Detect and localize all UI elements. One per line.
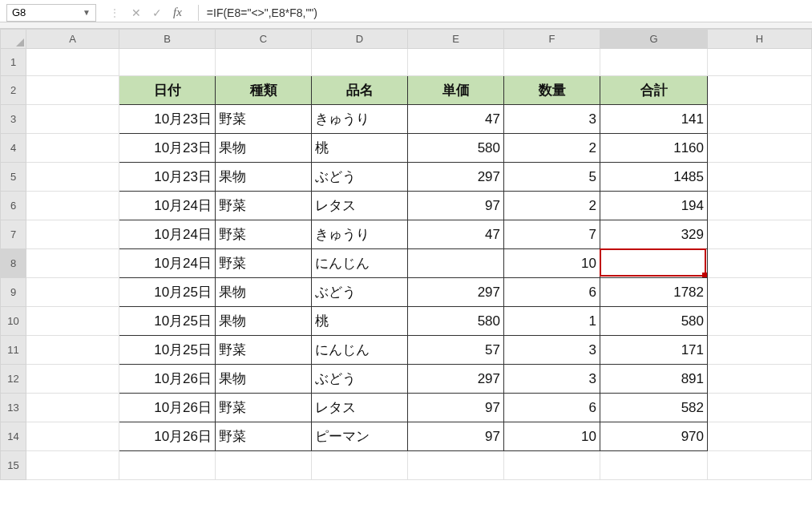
cell-D2[interactable]: 品名 — [312, 76, 408, 105]
cell-E10[interactable]: 580 — [408, 307, 504, 336]
cell-D6[interactable]: レタス — [312, 192, 408, 220]
row-header-15[interactable]: 15 — [1, 451, 26, 480]
cell-E5[interactable]: 297 — [408, 163, 504, 192]
cell-G6[interactable]: 194 — [600, 192, 708, 220]
cell-A10[interactable] — [26, 307, 119, 336]
cell-F12[interactable]: 3 — [504, 365, 600, 394]
cancel-icon[interactable]: ✕ — [131, 6, 141, 19]
cell-F1[interactable] — [504, 49, 600, 76]
cell-G9[interactable]: 1782 — [600, 278, 708, 307]
cell-B8[interactable]: 10月24日 — [119, 249, 216, 278]
cell-G13[interactable]: 582 — [600, 394, 708, 422]
cell-E14[interactable]: 97 — [408, 422, 504, 451]
cell-B9[interactable]: 10月25日 — [119, 278, 216, 307]
confirm-icon[interactable]: ✓ — [152, 6, 162, 19]
cell-C12[interactable]: 果物 — [216, 365, 312, 394]
cell-C14[interactable]: 野菜 — [216, 422, 312, 451]
cell-G8[interactable] — [600, 249, 708, 278]
cell-H5[interactable] — [708, 163, 812, 192]
col-header-B[interactable]: B — [119, 30, 216, 49]
name-box[interactable]: G8 ▼ — [6, 4, 96, 22]
cell-H1[interactable] — [708, 49, 812, 76]
cell-E6[interactable]: 97 — [408, 192, 504, 220]
row-header-1[interactable]: 1 — [1, 49, 26, 76]
cell-D14[interactable]: ピーマン — [312, 422, 408, 451]
cell-F13[interactable]: 6 — [504, 394, 600, 422]
cell-D3[interactable]: きゅうり — [312, 105, 408, 134]
cell-E13[interactable]: 97 — [408, 394, 504, 422]
cell-E7[interactable]: 47 — [408, 220, 504, 249]
row-header-12[interactable]: 12 — [1, 365, 26, 394]
cell-H15[interactable] — [708, 451, 812, 480]
cell-D11[interactable]: にんじん — [312, 336, 408, 365]
select-all-corner[interactable] — [1, 30, 26, 49]
cell-B12[interactable]: 10月26日 — [119, 365, 216, 394]
cell-G14[interactable]: 970 — [600, 422, 708, 451]
cell-C2[interactable]: 種類 — [216, 76, 312, 105]
cell-D4[interactable]: 桃 — [312, 134, 408, 163]
cell-D5[interactable]: ぶどう — [312, 163, 408, 192]
cell-B13[interactable]: 10月26日 — [119, 394, 216, 422]
cell-C8[interactable]: 野菜 — [216, 249, 312, 278]
cell-H11[interactable] — [708, 336, 812, 365]
row-header-2[interactable]: 2 — [1, 76, 26, 105]
cell-A1[interactable] — [26, 49, 119, 76]
cell-D9[interactable]: ぶどう — [312, 278, 408, 307]
cell-D13[interactable]: レタス — [312, 394, 408, 422]
cell-H6[interactable] — [708, 192, 812, 220]
cell-H7[interactable] — [708, 220, 812, 249]
cell-A11[interactable] — [26, 336, 119, 365]
cell-B2[interactable]: 日付 — [119, 76, 216, 105]
cell-G10[interactable]: 580 — [600, 307, 708, 336]
cell-D10[interactable]: 桃 — [312, 307, 408, 336]
cell-F7[interactable]: 7 — [504, 220, 600, 249]
row-header-9[interactable]: 9 — [1, 278, 26, 307]
row-header-5[interactable]: 5 — [1, 163, 26, 192]
cell-C1[interactable] — [216, 49, 312, 76]
cell-G2[interactable]: 合計 — [600, 76, 708, 105]
cell-C11[interactable]: 野菜 — [216, 336, 312, 365]
cell-H2[interactable] — [708, 76, 812, 105]
cell-E4[interactable]: 580 — [408, 134, 504, 163]
cell-F8[interactable]: 10 — [504, 249, 600, 278]
cell-C4[interactable]: 果物 — [216, 134, 312, 163]
cell-H10[interactable] — [708, 307, 812, 336]
col-header-F[interactable]: F — [504, 30, 600, 49]
cell-D15[interactable] — [312, 451, 408, 480]
cell-C13[interactable]: 野菜 — [216, 394, 312, 422]
name-box-dropdown-icon[interactable]: ▼ — [83, 8, 91, 17]
cell-H12[interactable] — [708, 365, 812, 394]
cell-A13[interactable] — [26, 394, 119, 422]
row-header-6[interactable]: 6 — [1, 192, 26, 220]
cell-G5[interactable]: 1485 — [600, 163, 708, 192]
cell-B1[interactable] — [119, 49, 216, 76]
cell-E9[interactable]: 297 — [408, 278, 504, 307]
cell-E3[interactable]: 47 — [408, 105, 504, 134]
row-header-3[interactable]: 3 — [1, 105, 26, 134]
cell-C9[interactable]: 果物 — [216, 278, 312, 307]
row-header-10[interactable]: 10 — [1, 307, 26, 336]
col-header-A[interactable]: A — [26, 30, 119, 49]
cell-F10[interactable]: 1 — [504, 307, 600, 336]
col-header-C[interactable]: C — [216, 30, 312, 49]
spreadsheet-grid[interactable]: A B C D E F G H 1 2 — [0, 29, 812, 480]
cell-H3[interactable] — [708, 105, 812, 134]
row-header-8[interactable]: 8 — [1, 249, 26, 278]
cell-G3[interactable]: 141 — [600, 105, 708, 134]
cell-D8[interactable]: にんじん — [312, 249, 408, 278]
cell-E1[interactable] — [408, 49, 504, 76]
fx-icon[interactable]: fx — [173, 6, 182, 19]
cell-A9[interactable] — [26, 278, 119, 307]
cell-H8[interactable] — [708, 249, 812, 278]
col-header-E[interactable]: E — [408, 30, 504, 49]
cell-C15[interactable] — [216, 451, 312, 480]
cell-E15[interactable] — [408, 451, 504, 480]
cell-F5[interactable]: 5 — [504, 163, 600, 192]
row-header-13[interactable]: 13 — [1, 394, 26, 422]
cell-B3[interactable]: 10月23日 — [119, 105, 216, 134]
cell-G7[interactable]: 329 — [600, 220, 708, 249]
cell-E8[interactable] — [408, 249, 504, 278]
cell-F9[interactable]: 6 — [504, 278, 600, 307]
cell-F14[interactable]: 10 — [504, 422, 600, 451]
cell-G12[interactable]: 891 — [600, 365, 708, 394]
